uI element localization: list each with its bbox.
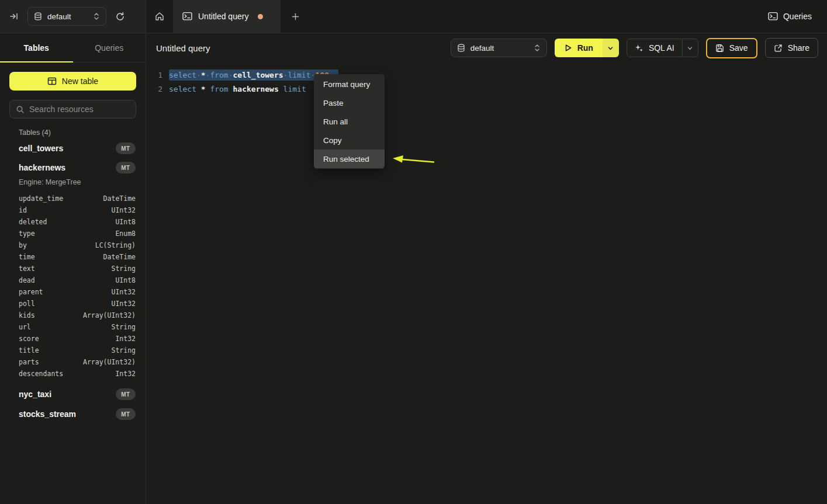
database-selector-value: default — [47, 12, 71, 21]
tab-tables[interactable]: Tables — [0, 33, 73, 62]
menu-item-run-all[interactable]: Run all — [314, 112, 385, 131]
query-title: Untitled query — [156, 43, 210, 53]
chevron-updown-icon — [93, 12, 100, 20]
editor-line-2[interactable]: 2 select*fromhackernewslimit — [146, 82, 827, 96]
engine-label: Engine: MergeTree — [0, 178, 146, 187]
column-row: idUInt32 — [0, 204, 146, 216]
sidebar: Tables Queries New table Tables (4) cell… — [0, 33, 146, 504]
column-row: descendantsInt32 — [0, 368, 146, 380]
sidebar-tabs: Tables Queries — [0, 33, 146, 62]
tab-untitled-query[interactable]: Untitled query — [173, 0, 281, 33]
search-icon — [16, 105, 25, 114]
column-row: deadUInt8 — [0, 274, 146, 286]
menu-item-paste[interactable]: Paste — [314, 93, 385, 112]
queries-button-label: Queries — [783, 12, 812, 21]
tab-strip: Untitled query — [146, 0, 768, 33]
menu-item-run-selected[interactable]: Run selected — [314, 150, 385, 168]
editor-toolbar: Untitled query default — [146, 33, 827, 62]
line-number: 1 — [146, 71, 162, 79]
toolbar-controls: default Run — [451, 38, 818, 58]
database-selector-value: default — [470, 44, 494, 53]
context-menu: Format query Paste Run all Copy Run sele… — [314, 74, 385, 169]
column-row: deletedUInt8 — [0, 216, 146, 228]
run-button-label: Run — [577, 43, 593, 53]
sql-ai-button[interactable]: SQL AI — [627, 39, 682, 57]
tab-label: Untitled query — [198, 12, 248, 21]
queries-button[interactable]: Queries — [768, 12, 812, 21]
column-row: textString — [0, 263, 146, 274]
column-row: partsArray(UInt32) — [0, 356, 146, 368]
engine-badge: MT — [116, 142, 136, 154]
collapse-sidebar-icon[interactable] — [9, 12, 19, 21]
new-tab-button[interactable] — [281, 0, 310, 33]
column-row: parentUInt32 — [0, 286, 146, 298]
refresh-icon[interactable] — [115, 12, 125, 22]
run-button-group: Run — [555, 39, 619, 57]
column-row: byLC(String) — [0, 239, 146, 251]
run-dropdown-button[interactable] — [603, 39, 619, 57]
save-button[interactable]: Save — [706, 38, 757, 58]
share-button[interactable]: Share — [765, 38, 818, 58]
sql-editor[interactable]: 1 select*fromcell_towerslimit100 2 selec… — [146, 62, 827, 504]
table-row-stocks-stream[interactable]: stocks_stream MT — [0, 405, 146, 423]
columns-list: update_timeDateTime idUInt32 deletedUInt… — [0, 193, 146, 380]
top-bar-right: Queries — [768, 0, 827, 33]
terminal-icon — [182, 12, 192, 21]
column-row: pollUInt32 — [0, 298, 146, 310]
search-input[interactable] — [29, 105, 130, 114]
unsaved-dot — [258, 14, 263, 19]
engine-badge: MT — [116, 162, 136, 173]
top-bar-left: default — [0, 0, 146, 33]
top-bar: default — [0, 0, 827, 33]
run-button[interactable]: Run — [555, 39, 603, 57]
sparkles-icon — [635, 44, 643, 53]
table-name: cell_towers — [19, 144, 63, 153]
editor-line-1[interactable]: 1 select*fromcell_towerslimit100 — [146, 68, 827, 82]
terminal-icon — [768, 12, 778, 21]
column-row: kidsArray(UInt32) — [0, 310, 146, 321]
save-icon — [715, 44, 724, 53]
new-table-label: New table — [62, 77, 98, 86]
table-row-nyc-taxi[interactable]: nyc_taxi MT — [0, 385, 146, 404]
column-row: update_timeDateTime — [0, 193, 146, 204]
engine-badge: MT — [116, 388, 136, 400]
menu-item-format-query[interactable]: Format query — [314, 75, 385, 93]
column-row: urlString — [0, 321, 146, 333]
sql-ai-dropdown-button[interactable] — [682, 39, 698, 57]
main-panel: Untitled query default — [146, 33, 827, 504]
tables-section-label: Tables (4) — [19, 128, 127, 137]
save-button-label: Save — [729, 43, 748, 53]
new-table-button[interactable]: New table — [9, 72, 136, 91]
sql-ai-button-group: SQL AI — [627, 39, 698, 57]
search-box[interactable] — [9, 100, 136, 119]
chevron-updown-icon — [534, 44, 541, 52]
menu-item-copy[interactable]: Copy — [314, 131, 385, 150]
column-row: timeDateTime — [0, 251, 146, 263]
play-icon — [564, 44, 572, 52]
table-name: nyc_taxi — [19, 390, 51, 399]
share-icon — [774, 44, 783, 53]
engine-badge: MT — [116, 408, 136, 420]
share-button-label: Share — [788, 43, 809, 53]
column-row: scoreInt32 — [0, 333, 146, 345]
active-tab-underline — [0, 61, 73, 62]
selected-text: select*fromcell_towerslimit100 — [169, 69, 338, 81]
database-selector[interactable]: default — [27, 7, 106, 26]
home-tab[interactable] — [146, 0, 173, 33]
database-icon — [34, 12, 42, 20]
table-name: stocks_stream — [19, 409, 76, 419]
column-row: titleString — [0, 345, 146, 356]
table-name: hackernews — [19, 163, 65, 172]
column-row: typeEnum8 — [0, 228, 146, 239]
database-selector[interactable]: default — [451, 39, 547, 57]
table-row-cell-towers[interactable]: cell_towers MT — [0, 139, 146, 158]
table-row-hackernews[interactable]: hackernews MT — [0, 158, 146, 177]
line-number: 2 — [146, 85, 162, 93]
database-icon — [457, 44, 465, 52]
tab-queries[interactable]: Queries — [73, 33, 146, 62]
table-icon — [47, 77, 57, 86]
sql-ai-label: SQL AI — [649, 43, 674, 53]
